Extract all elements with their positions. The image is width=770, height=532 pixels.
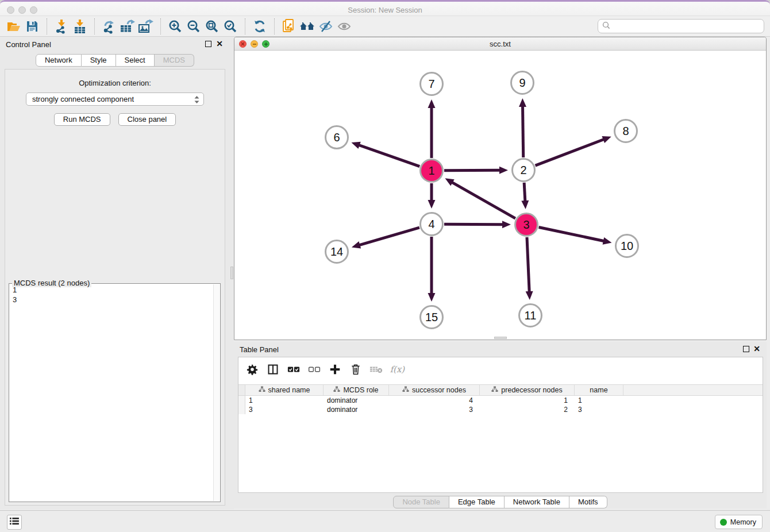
cell[interactable]: dominator [324,396,389,405]
tab-network-table[interactable]: Network Table [505,496,569,508]
column-header-predecessor-nodes[interactable]: predecessor nodes [480,385,575,395]
column-header-successor-nodes[interactable]: successor nodes [389,385,480,395]
memory-button[interactable]: Memory [715,515,763,529]
node-8[interactable]: 8 [614,119,638,143]
node-4[interactable]: 4 [419,212,444,236]
tab-node-table[interactable]: Node Table [393,496,449,508]
node-10[interactable]: 10 [615,234,639,258]
application-window: Session: New Session Control Panel ✕ Net… [0,0,770,532]
zoom-selected-icon[interactable] [221,18,240,35]
node-14[interactable]: 14 [325,240,349,264]
edge-3-11[interactable] [526,237,533,300]
horizontal-splitter-handle[interactable] [494,337,507,339]
tab-motifs[interactable]: Motifs [569,496,607,508]
result-scrollbar[interactable] [213,284,220,501]
sort-hierarchy-icon [259,386,265,394]
tab-mcds[interactable]: MCDS [155,54,194,67]
hide-selected-icon[interactable] [317,18,335,35]
zoom-out-icon[interactable] [184,18,203,35]
search-input[interactable] [611,20,764,33]
cell[interactable]: dominator [324,405,389,414]
edge-3-10[interactable] [539,228,612,245]
import-table-icon[interactable] [71,18,89,35]
edge-2-9[interactable] [519,98,526,157]
cell[interactable]: 1 [245,396,324,405]
vertical-splitter[interactable] [230,37,234,509]
import-network-icon[interactable] [52,18,71,35]
edge-1-4[interactable] [428,183,436,209]
delete-table-icon [368,361,384,378]
cell[interactable]: 3 [389,405,480,414]
node-1[interactable]: 1 [419,159,444,183]
show-panels-button[interactable] [7,515,22,530]
cell[interactable]: 3 [575,405,623,414]
run-mcds-button[interactable]: Run MCDS [54,113,110,126]
edge-2-3[interactable] [521,183,529,209]
cell[interactable]: 1 [575,396,623,405]
delete-column-icon[interactable] [348,361,364,378]
table-row[interactable]: 3dominator323 [238,405,763,414]
mcds-result-text[interactable]: 1 3 [13,285,213,500]
column-header-MCDS-role[interactable]: MCDS role [324,385,389,395]
optimization-criterion-label: Optimization criterion: [5,79,225,87]
node-7[interactable]: 7 [419,72,444,96]
float-panel-icon[interactable] [205,41,211,47]
titlebar: Session: New Session [0,0,770,16]
deselect-all-icon[interactable] [306,361,322,378]
network-canvas[interactable]: 7968124314101511 [234,51,766,340]
edge-1-7[interactable] [428,99,436,158]
split-panel-icon[interactable] [265,361,281,378]
network-from-selection-icon[interactable] [280,18,298,35]
show-all-networks-icon[interactable] [298,18,317,35]
node-6[interactable]: 6 [325,125,349,149]
select-all-icon[interactable] [286,361,302,378]
save-session-icon[interactable] [23,18,41,35]
table-float-icon[interactable] [743,346,749,352]
export-network-icon[interactable] [100,18,118,35]
zoom-fit-icon[interactable] [203,18,221,35]
refresh-network-icon[interactable] [251,18,269,35]
zoom-in-icon[interactable] [166,18,184,35]
tab-select[interactable]: Select [116,54,155,67]
node-9[interactable]: 9 [510,71,534,95]
table-panel: Table Panel ✕ f(x) shared nameMCDS roles… [234,342,767,508]
cell[interactable]: 3 [245,405,324,414]
cell[interactable]: 2 [480,405,575,414]
tab-style[interactable]: Style [82,54,116,67]
network-window-titlebar: scc.txt [234,37,766,51]
node-table-container: f(x) shared nameMCDS rolesuccessor nodes… [238,357,763,493]
gear-icon[interactable] [244,361,260,378]
column-header-shared-name[interactable]: shared name [245,385,324,395]
tab-network[interactable]: Network [36,54,82,67]
node-11[interactable]: 11 [518,303,542,327]
node-3[interactable]: 3 [514,213,538,237]
edge-1-2[interactable] [444,167,508,174]
edge-2-8[interactable] [536,136,611,165]
table-close-icon[interactable]: ✕ [753,344,760,353]
toolbar-separator [245,18,245,34]
edge-1-6[interactable] [351,142,419,167]
edge-4-14[interactable] [352,228,419,248]
open-file-icon[interactable] [5,18,23,35]
edge-4-3[interactable] [444,221,511,228]
export-image-icon[interactable] [137,18,155,35]
table-row[interactable]: 1dominator411 [238,396,763,405]
sort-hierarchy-icon [402,386,409,394]
column-header-name[interactable]: name [575,385,623,395]
node-2[interactable]: 2 [511,158,536,182]
search-box [598,19,764,33]
close-panel-button[interactable]: Close panel [118,113,176,126]
mcds-result-group: MCDS result (2 nodes) 1 3 [9,283,221,502]
optimization-criterion-select[interactable]: strongly connected component [26,92,204,106]
select-stepper-icon [192,94,201,109]
cell[interactable]: 1 [480,396,575,405]
node-15[interactable]: 15 [419,305,444,329]
close-panel-icon[interactable]: ✕ [216,39,223,48]
export-table-icon[interactable] [118,18,137,35]
tab-edge-table[interactable]: Edge Table [449,496,505,508]
add-column-icon[interactable] [327,361,343,378]
edge-4-15[interactable] [428,237,436,302]
edge-3-1[interactable] [445,178,515,218]
cell[interactable]: 4 [389,396,480,405]
node-table: shared nameMCDS rolesuccessor nodesprede… [238,384,763,414]
